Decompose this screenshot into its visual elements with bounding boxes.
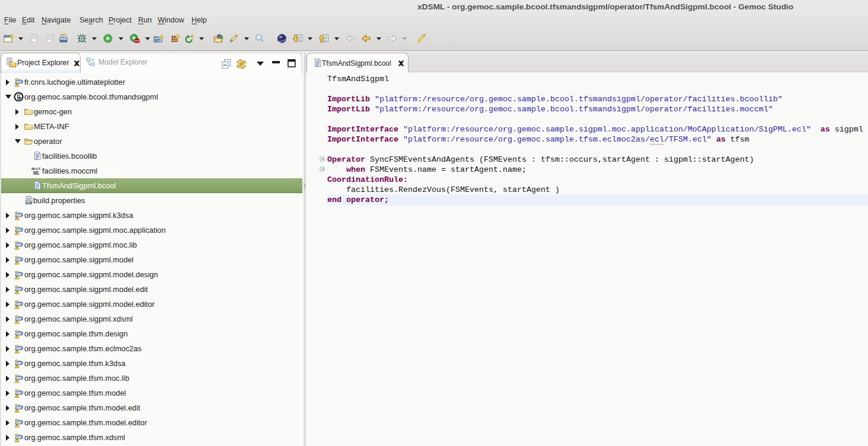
svg-text:GT: GT (155, 38, 160, 42)
svg-text:010: 010 (26, 201, 32, 205)
